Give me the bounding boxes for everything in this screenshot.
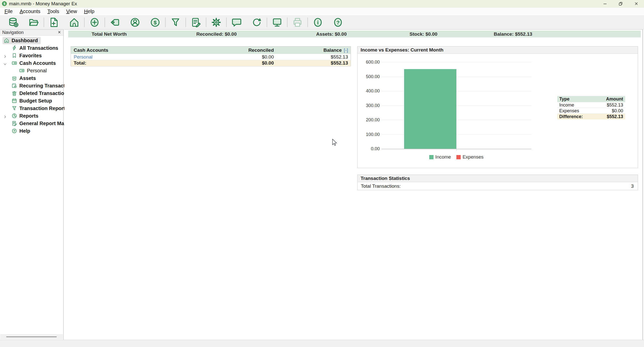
sidebar-item-all-transactions[interactable]: All Transactions xyxy=(0,44,63,52)
monitor-icon xyxy=(272,17,282,28)
info-icon: i xyxy=(313,17,323,28)
close-icon xyxy=(634,2,638,6)
table-row-difference: Difference: $552.13 xyxy=(557,114,625,119)
sidebar-item-help[interactable]: ? Help xyxy=(0,127,63,135)
transaction-filter-button[interactable] xyxy=(170,17,181,28)
navigation-panel: Navigation Dashboard All Transactions xyxy=(0,29,64,340)
categories-button[interactable] xyxy=(110,17,120,28)
new-file-button[interactable] xyxy=(49,17,59,28)
home-icon xyxy=(69,17,79,28)
summary-net-worth: Total Net Worth xyxy=(92,31,127,37)
sidebar-item-favorites[interactable]: Favorites xyxy=(0,52,63,59)
gear-icon xyxy=(211,17,222,28)
chevron-down-icon[interactable] xyxy=(3,61,7,67)
sidebar-item-budget-setup[interactable]: Budget Setup xyxy=(0,97,63,105)
menu-tools[interactable]: Tools xyxy=(44,9,63,14)
svg-text:$: $ xyxy=(154,20,157,25)
report-manager-button[interactable] xyxy=(191,17,201,28)
sidebar-item-deleted-transactions[interactable]: Deleted Transactions xyxy=(0,89,63,97)
report-edit-icon xyxy=(12,121,17,126)
panel-title: Income vs Expenses: Current Month xyxy=(361,47,443,53)
app-icon: $ xyxy=(2,1,7,6)
menu-help[interactable]: Help xyxy=(80,9,98,14)
account-link[interactable]: Personal xyxy=(74,54,93,60)
menu-accounts[interactable]: Accounts xyxy=(16,9,44,14)
type-amount-table: Type Amount Income $552.13 Expenses $0.0… xyxy=(557,96,625,119)
navigation-horizontal-scrollbar[interactable] xyxy=(0,334,63,339)
refresh-button[interactable] xyxy=(251,17,262,28)
menu-bar: File Accounts Tools View Help xyxy=(0,8,644,16)
cash-accounts-panel: Cash Accounts Reconciled Balance[-] Pers… xyxy=(71,46,351,66)
sidebar-item-dashboard[interactable]: Dashboard xyxy=(0,37,63,44)
sidebar-item-cash-accounts[interactable]: Cash Accounts xyxy=(0,59,63,67)
open-database-button[interactable] xyxy=(28,17,39,28)
total-label: Total: xyxy=(74,60,86,66)
about-button[interactable]: i xyxy=(313,17,323,28)
chart-legend: Income Expenses xyxy=(381,154,531,160)
total-transactions-value: 3 xyxy=(631,183,634,189)
restore-icon xyxy=(618,2,623,6)
funnel-icon xyxy=(12,106,17,111)
panel-title: Transaction Statistics xyxy=(361,176,410,181)
toolbar: $ xyxy=(0,16,644,29)
y-tick-label: 400.00 xyxy=(358,88,380,94)
column-header-type: Type xyxy=(559,96,570,102)
minimize-icon xyxy=(603,2,607,6)
y-tick-label: 600.00 xyxy=(358,60,380,65)
sidebar-item-assets[interactable]: Assets xyxy=(0,74,63,82)
y-tick-label: 300.00 xyxy=(358,103,380,108)
currency-button[interactable]: $ xyxy=(150,17,160,28)
sidebar-item-recurring-transactions[interactable]: Recurring Transactions xyxy=(0,82,63,89)
close-button[interactable] xyxy=(628,0,644,7)
sidebar-item-transaction-report[interactable]: Transaction Report xyxy=(0,105,63,112)
fullscreen-button[interactable] xyxy=(272,17,282,28)
chart-y-axis-labels: 600.00500.00400.00300.00200.00100.000.00 xyxy=(358,62,380,149)
legend-label: Income xyxy=(435,154,451,160)
menu-file[interactable]: File xyxy=(1,9,16,14)
y-tick-label: 500.00 xyxy=(358,74,380,79)
toolbar-separator xyxy=(165,18,165,27)
total-transactions-label: Total Transactions: xyxy=(361,183,401,189)
navigation-close-button[interactable] xyxy=(58,30,61,35)
pie-chart-icon xyxy=(12,113,17,119)
collapse-link[interactable]: [-] xyxy=(344,47,348,53)
home-button[interactable] xyxy=(69,17,79,28)
account-balance-value: $552.13 xyxy=(331,54,348,60)
restore-button[interactable] xyxy=(613,0,628,7)
trash-icon xyxy=(12,90,17,96)
feedback-button[interactable] xyxy=(231,17,242,28)
toolbar-separator xyxy=(105,18,105,27)
statistics-row: Total Transactions: 3 xyxy=(358,182,638,190)
summary-assets: Assets: $0.00 xyxy=(316,31,347,37)
selected-highlight: Dashboard xyxy=(3,37,41,44)
legend-item-income: Income xyxy=(429,154,451,160)
table-row-expenses: Expenses $0.00 xyxy=(557,108,625,114)
lightning-icon xyxy=(12,45,17,51)
status-bar xyxy=(0,340,644,347)
print-button[interactable] xyxy=(292,17,303,28)
svg-text:?: ? xyxy=(336,20,340,25)
new-transaction-button[interactable] xyxy=(89,17,100,28)
chevron-right-icon[interactable] xyxy=(3,54,7,60)
bag-icon xyxy=(12,75,17,81)
wallet-icon xyxy=(12,60,17,66)
scrollbar-thumb[interactable] xyxy=(6,336,57,337)
plus-circle-icon xyxy=(89,17,100,28)
column-header-reconciled: Reconciled xyxy=(248,47,274,53)
help-button[interactable]: ? xyxy=(333,17,343,28)
sidebar-label: Dashboard xyxy=(12,38,38,43)
sidebar-item-personal[interactable]: Personal xyxy=(0,67,63,74)
home-icon xyxy=(4,38,9,43)
expenses-swatch-icon xyxy=(456,155,461,159)
payees-button[interactable] xyxy=(130,17,140,28)
sidebar-item-reports[interactable]: Reports xyxy=(0,112,63,120)
gridline xyxy=(381,62,531,62)
new-database-button[interactable] xyxy=(8,17,19,28)
summary-reconciled: Reconciled: $0.00 xyxy=(196,31,237,37)
options-button[interactable] xyxy=(211,17,222,28)
menu-view[interactable]: View xyxy=(63,9,80,14)
sidebar-item-general-report-manager[interactable]: General Report Manager xyxy=(0,120,63,127)
account-row-personal: Personal $0.00 $552.13 xyxy=(71,54,351,60)
minimize-button[interactable] xyxy=(597,0,613,7)
chevron-right-icon[interactable] xyxy=(3,114,7,120)
